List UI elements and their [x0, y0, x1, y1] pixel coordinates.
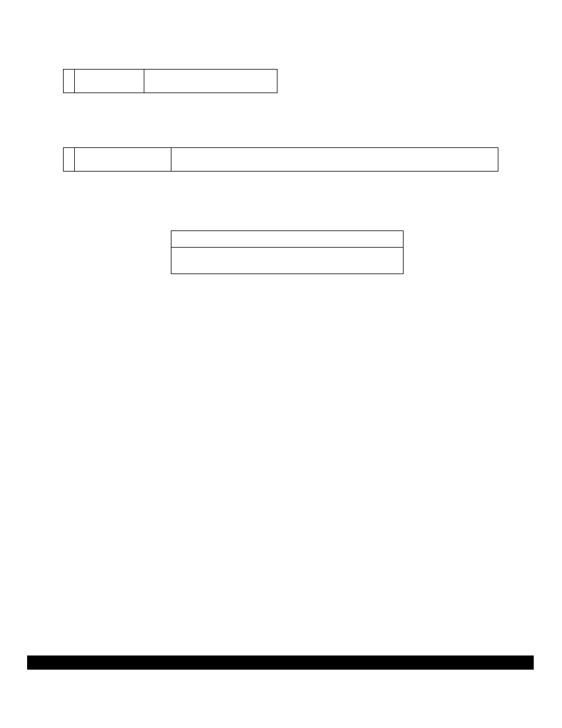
cell [75, 148, 171, 172]
cell [144, 70, 277, 93]
cell-body [171, 248, 404, 274]
cell [75, 70, 144, 93]
table-3 [171, 230, 404, 274]
cell [64, 70, 75, 93]
table-row [171, 231, 404, 248]
page [0, 0, 562, 728]
divider-bar [27, 655, 534, 670]
cell-header [171, 231, 404, 248]
cell [171, 148, 498, 172]
table-1 [63, 69, 277, 93]
table-row [64, 148, 498, 172]
table-2 [63, 147, 498, 172]
cell [64, 148, 75, 172]
table-row [64, 70, 277, 93]
table-row [171, 248, 404, 274]
